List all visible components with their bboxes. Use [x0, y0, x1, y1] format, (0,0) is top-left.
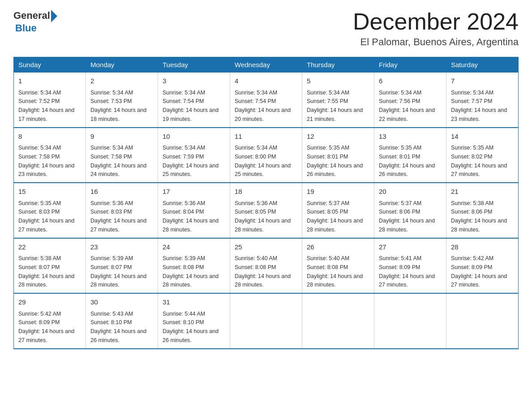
calendar-cell: 13 Sunrise: 5:35 AMSunset: 8:01 PMDaylig… — [374, 128, 446, 183]
day-info: Sunrise: 5:34 AMSunset: 7:58 PMDaylight:… — [18, 145, 74, 177]
day-number: 25 — [235, 242, 297, 253]
calendar-week-row: 29 Sunrise: 5:42 AMSunset: 8:09 PMDaylig… — [14, 293, 519, 349]
weekday-header-saturday: Saturday — [446, 57, 519, 73]
day-info: Sunrise: 5:34 AMSunset: 7:58 PMDaylight:… — [90, 145, 146, 177]
day-info: Sunrise: 5:34 AMSunset: 7:56 PMDaylight:… — [379, 90, 435, 122]
day-info: Sunrise: 5:36 AMSunset: 8:03 PMDaylight:… — [90, 200, 146, 233]
calendar-week-row: 15 Sunrise: 5:35 AMSunset: 8:03 PMDaylig… — [14, 183, 519, 238]
calendar-cell: 22 Sunrise: 5:38 AMSunset: 8:07 PMDaylig… — [14, 238, 86, 294]
calendar-cell: 8 Sunrise: 5:34 AMSunset: 7:58 PMDayligh… — [14, 128, 86, 183]
calendar-cell: 26 Sunrise: 5:40 AMSunset: 8:08 PMDaylig… — [302, 238, 374, 294]
day-number: 11 — [235, 132, 297, 142]
calendar-cell: 7 Sunrise: 5:34 AMSunset: 7:57 PMDayligh… — [446, 73, 519, 128]
day-number: 30 — [90, 297, 153, 308]
weekday-header-wednesday: Wednesday — [230, 57, 302, 73]
day-info: Sunrise: 5:34 AMSunset: 7:55 PMDaylight:… — [307, 90, 363, 122]
calendar-cell: 25 Sunrise: 5:40 AMSunset: 8:08 PMDaylig… — [230, 238, 302, 294]
day-number: 31 — [163, 297, 225, 308]
day-number: 7 — [451, 76, 514, 86]
day-info: Sunrise: 5:34 AMSunset: 7:57 PMDaylight:… — [451, 90, 507, 122]
day-number: 3 — [163, 76, 225, 86]
day-number: 12 — [307, 132, 369, 142]
weekday-header-tuesday: Tuesday — [158, 57, 230, 73]
day-info: Sunrise: 5:34 AMSunset: 7:59 PMDaylight:… — [163, 145, 219, 177]
day-info: Sunrise: 5:34 AMSunset: 7:53 PMDaylight:… — [90, 90, 146, 122]
calendar-cell: 5 Sunrise: 5:34 AMSunset: 7:55 PMDayligh… — [302, 73, 374, 128]
calendar-cell: 6 Sunrise: 5:34 AMSunset: 7:56 PMDayligh… — [374, 73, 446, 128]
logo-triangle-icon — [51, 10, 57, 22]
calendar-cell: 9 Sunrise: 5:34 AMSunset: 7:58 PMDayligh… — [86, 128, 158, 183]
calendar-week-row: 8 Sunrise: 5:34 AMSunset: 7:58 PMDayligh… — [14, 128, 519, 183]
calendar-cell: 16 Sunrise: 5:36 AMSunset: 8:03 PMDaylig… — [86, 183, 158, 238]
day-info: Sunrise: 5:35 AMSunset: 8:03 PMDaylight:… — [18, 200, 74, 233]
logo-blue-text: Blue — [15, 22, 57, 34]
day-info: Sunrise: 5:44 AMSunset: 8:10 PMDaylight:… — [163, 311, 219, 343]
calendar-cell: 4 Sunrise: 5:34 AMSunset: 7:54 PMDayligh… — [230, 73, 302, 128]
calendar-header-row: SundayMondayTuesdayWednesdayThursdayFrid… — [14, 57, 519, 73]
day-info: Sunrise: 5:40 AMSunset: 8:08 PMDaylight:… — [235, 255, 291, 288]
calendar-cell: 17 Sunrise: 5:36 AMSunset: 8:04 PMDaylig… — [158, 183, 230, 238]
calendar-title: December 2024 — [353, 9, 519, 34]
day-info: Sunrise: 5:37 AMSunset: 8:06 PMDaylight:… — [379, 200, 435, 233]
calendar-cell: 30 Sunrise: 5:43 AMSunset: 8:10 PMDaylig… — [86, 293, 158, 349]
day-number: 9 — [90, 132, 153, 142]
calendar-cell — [446, 293, 519, 349]
day-info: Sunrise: 5:42 AMSunset: 8:09 PMDaylight:… — [18, 311, 74, 343]
day-info: Sunrise: 5:39 AMSunset: 8:08 PMDaylight:… — [163, 255, 219, 288]
day-info: Sunrise: 5:36 AMSunset: 8:04 PMDaylight:… — [163, 200, 219, 233]
day-info: Sunrise: 5:34 AMSunset: 8:00 PMDaylight:… — [235, 145, 291, 177]
calendar-cell: 23 Sunrise: 5:39 AMSunset: 8:07 PMDaylig… — [86, 238, 158, 294]
day-info: Sunrise: 5:35 AMSunset: 8:02 PMDaylight:… — [451, 145, 507, 177]
day-number: 22 — [18, 242, 81, 253]
calendar-cell: 1 Sunrise: 5:34 AMSunset: 7:52 PMDayligh… — [14, 73, 86, 128]
calendar-cell: 27 Sunrise: 5:41 AMSunset: 8:09 PMDaylig… — [374, 238, 446, 294]
calendar-table: SundayMondayTuesdayWednesdayThursdayFrid… — [13, 57, 519, 349]
day-number: 19 — [307, 187, 369, 197]
day-number: 15 — [18, 187, 81, 197]
day-info: Sunrise: 5:37 AMSunset: 8:05 PMDaylight:… — [307, 200, 363, 233]
day-number: 26 — [307, 242, 369, 253]
day-info: Sunrise: 5:34 AMSunset: 7:54 PMDaylight:… — [235, 90, 291, 122]
day-info: Sunrise: 5:35 AMSunset: 8:01 PMDaylight:… — [379, 145, 435, 177]
calendar-subtitle: El Palomar, Buenos Aires, Argentina — [353, 36, 519, 48]
logo: General Blue — [13, 9, 57, 34]
calendar-cell: 18 Sunrise: 5:36 AMSunset: 8:05 PMDaylig… — [230, 183, 302, 238]
title-block: December 2024 El Palomar, Buenos Aires, … — [353, 9, 519, 48]
day-number: 28 — [451, 242, 514, 253]
calendar-cell: 31 Sunrise: 5:44 AMSunset: 8:10 PMDaylig… — [158, 293, 230, 349]
day-number: 21 — [451, 187, 514, 197]
day-number: 1 — [18, 76, 81, 86]
weekday-header-friday: Friday — [374, 57, 446, 73]
calendar-cell: 10 Sunrise: 5:34 AMSunset: 7:59 PMDaylig… — [158, 128, 230, 183]
calendar-cell: 15 Sunrise: 5:35 AMSunset: 8:03 PMDaylig… — [14, 183, 86, 238]
calendar-cell — [302, 293, 374, 349]
day-number: 18 — [235, 187, 297, 197]
day-info: Sunrise: 5:39 AMSunset: 8:07 PMDaylight:… — [90, 255, 146, 288]
weekday-header-thursday: Thursday — [302, 57, 374, 73]
day-info: Sunrise: 5:35 AMSunset: 8:01 PMDaylight:… — [307, 145, 363, 177]
day-number: 14 — [451, 132, 514, 142]
calendar-cell: 2 Sunrise: 5:34 AMSunset: 7:53 PMDayligh… — [86, 73, 158, 128]
weekday-header-sunday: Sunday — [14, 57, 86, 73]
calendar-cell: 3 Sunrise: 5:34 AMSunset: 7:54 PMDayligh… — [158, 73, 230, 128]
calendar-cell: 28 Sunrise: 5:42 AMSunset: 8:09 PMDaylig… — [446, 238, 519, 294]
day-number: 23 — [90, 242, 153, 253]
calendar-cell: 12 Sunrise: 5:35 AMSunset: 8:01 PMDaylig… — [302, 128, 374, 183]
calendar-week-row: 1 Sunrise: 5:34 AMSunset: 7:52 PMDayligh… — [14, 73, 519, 128]
day-info: Sunrise: 5:36 AMSunset: 8:05 PMDaylight:… — [235, 200, 291, 233]
calendar-cell: 24 Sunrise: 5:39 AMSunset: 8:08 PMDaylig… — [158, 238, 230, 294]
calendar-cell: 21 Sunrise: 5:38 AMSunset: 8:06 PMDaylig… — [446, 183, 519, 238]
day-info: Sunrise: 5:42 AMSunset: 8:09 PMDaylight:… — [451, 255, 507, 288]
day-number: 16 — [90, 187, 153, 197]
day-number: 6 — [379, 76, 442, 86]
day-info: Sunrise: 5:43 AMSunset: 8:10 PMDaylight:… — [90, 311, 146, 343]
weekday-header-monday: Monday — [86, 57, 158, 73]
calendar-cell: 29 Sunrise: 5:42 AMSunset: 8:09 PMDaylig… — [14, 293, 86, 349]
day-number: 8 — [18, 132, 81, 142]
day-number: 24 — [163, 242, 225, 253]
day-info: Sunrise: 5:34 AMSunset: 7:52 PMDaylight:… — [18, 90, 74, 122]
calendar-cell: 11 Sunrise: 5:34 AMSunset: 8:00 PMDaylig… — [230, 128, 302, 183]
day-number: 5 — [307, 76, 369, 86]
day-number: 17 — [163, 187, 225, 197]
day-number: 10 — [163, 132, 225, 142]
